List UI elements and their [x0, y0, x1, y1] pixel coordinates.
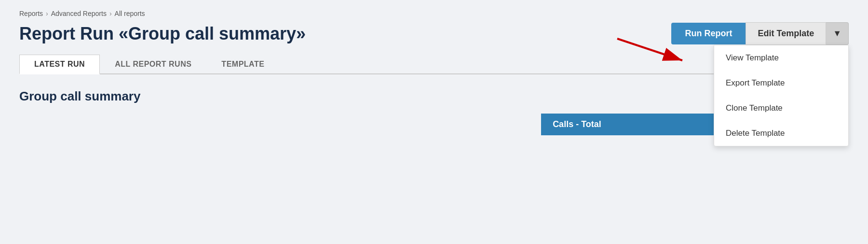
- page-container: Reports › Advanced Reports › All reports…: [0, 0, 868, 244]
- run-report-button[interactable]: Run Report: [671, 23, 746, 44]
- dropdown-item-view-template[interactable]: View Template: [714, 45, 848, 71]
- tab-template[interactable]: TEMPLATE: [206, 55, 279, 73]
- report-section-title: Group call summary: [19, 89, 309, 104]
- dropdown-item-delete-template[interactable]: Delete Template: [714, 121, 848, 146]
- header-actions: Run Report Edit Template ▼ View Template…: [671, 22, 849, 45]
- breadcrumb-advanced-reports[interactable]: Advanced Reports: [51, 10, 107, 17]
- header-row: Report Run «Group call summary» Run Repo…: [19, 22, 849, 45]
- tab-all-report-runs[interactable]: ALL REPORT RUNS: [100, 55, 206, 73]
- breadcrumb-all-reports[interactable]: All reports: [115, 10, 145, 17]
- dropdown-menu: View Template Export Template Clone Temp…: [714, 45, 849, 146]
- breadcrumb: Reports › Advanced Reports › All reports: [19, 10, 849, 17]
- breadcrumb-sep-2: ›: [109, 10, 112, 17]
- page-title: Report Run «Group call summary»: [19, 24, 306, 44]
- edit-template-button[interactable]: Edit Template: [746, 22, 826, 45]
- dropdown-item-clone-template[interactable]: Clone Template: [714, 96, 848, 121]
- breadcrumb-reports[interactable]: Reports: [19, 10, 43, 17]
- tab-latest-run[interactable]: LATEST RUN: [19, 55, 100, 74]
- left-panel: Group call summary: [19, 89, 309, 135]
- breadcrumb-sep-1: ›: [46, 10, 48, 17]
- dropdown-item-export-template[interactable]: Export Template: [714, 71, 848, 96]
- edit-template-dropdown-button[interactable]: ▼: [826, 22, 849, 45]
